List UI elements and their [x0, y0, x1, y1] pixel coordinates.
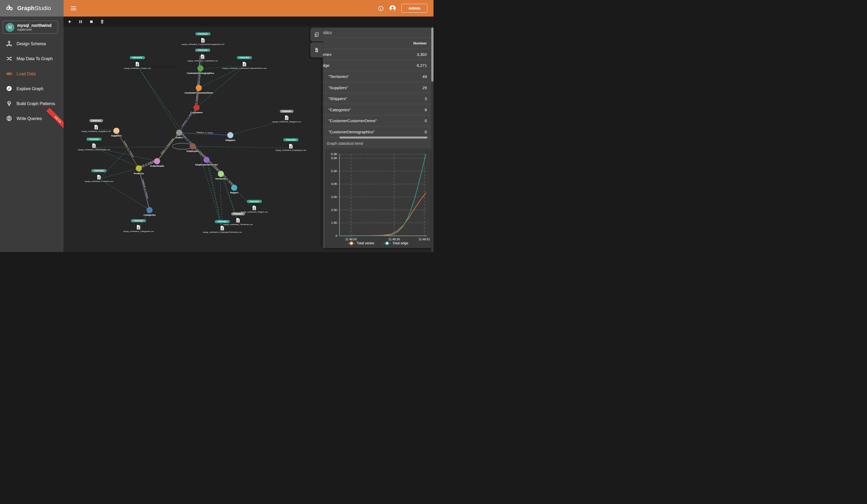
queries-icon: [6, 115, 12, 121]
node-label: EmployeeTerritories: [195, 163, 218, 166]
table-row[interactable]: Vertex3,302: [323, 49, 434, 60]
graph-node-Employees[interactable]: [190, 143, 196, 149]
x-axis-tick: 11:48:30: [388, 238, 400, 241]
graph-node-OrderDetails[interactable]: [154, 158, 160, 164]
mapping-line: [99, 150, 128, 179]
graph-node-Products[interactable]: [136, 165, 142, 171]
file-node-f_et[interactable]: FINISHEDmysql_northwind_EmployeeTerritor…: [203, 220, 242, 233]
sidebar-item-label: Design Schema: [17, 41, 46, 46]
status-badge-label: PENDING: [233, 213, 243, 215]
file-node-f_prod[interactable]: FINISHEDmysql_northwind_Products.csv: [85, 169, 114, 183]
edge-label: Categories_to_Products: [142, 179, 149, 199]
file-node-f_supp[interactable]: PENDINGmysql_northwind_Suppliers.csv: [82, 119, 111, 132]
file-node-f_emp[interactable]: FINISHEDmysql_northwind_Employees.csv: [276, 138, 306, 151]
account-icon[interactable]: [389, 5, 396, 12]
node-label: Territories: [215, 178, 227, 180]
status-badge-label: FINISHED: [89, 138, 99, 140]
stat-name: "Suppliers": [323, 85, 348, 90]
graph-node-CustomerCustomerDemo[interactable]: [196, 85, 202, 91]
file-label: mysql_northwind_Products.csv: [85, 180, 114, 183]
graph-node-EmployeeTerritories[interactable]: [204, 157, 210, 163]
sidebar-item-map-data-to-graph[interactable]: Map Data To Graph: [0, 51, 64, 66]
stop-loading-button[interactable]: [88, 19, 94, 25]
mapping-line: [193, 146, 291, 148]
stat-value: 3,302: [417, 52, 434, 57]
file-node-f_terr[interactable]: PENDINGmysql_northwind_Territories.csv: [223, 212, 253, 226]
user-role: superuser: [17, 28, 51, 32]
number-column-header: Number: [413, 41, 434, 45]
status-badge-label: FINISHED: [217, 221, 227, 223]
window-scrollbar-thumb[interactable]: [431, 28, 434, 82]
sidebar-item-load-data[interactable]: Load Data: [0, 66, 64, 81]
node-label: CustomerCustomerDemo: [184, 92, 213, 94]
node-label: Orders: [175, 136, 183, 139]
y-axis-tick: 5.0K: [331, 170, 338, 173]
info-icon[interactable]: [378, 5, 384, 11]
pause-loading-button[interactable]: [77, 19, 84, 25]
sidebar-item-label: Load Data: [17, 71, 36, 76]
data-files-tab[interactable]: [310, 28, 323, 42]
file-label: mysql_northwind_CustomerCustomerDemo.csv: [222, 67, 267, 69]
clear-data-button[interactable]: [99, 19, 105, 25]
graphstudio-window: GraphStudio Admin M mysql_northwind supe…: [0, 0, 434, 252]
graph-node-Territories[interactable]: [218, 171, 224, 177]
avatar: M: [6, 23, 14, 32]
table-row[interactable]: "Suppliers"29: [323, 82, 434, 93]
table-row[interactable]: "CustomerDemographics"0: [323, 126, 434, 138]
sidebar-item-explore-graph[interactable]: Explore Graph: [0, 81, 64, 96]
graph-node-Categories[interactable]: [147, 207, 153, 213]
y-axis-tick: 6.3K: [331, 152, 338, 156]
table-row[interactable]: "Territories"49: [323, 71, 434, 82]
node-label: Suppliers: [111, 135, 121, 137]
file-label: mysql_northwind_Region.csv: [241, 211, 268, 213]
series-line: [340, 193, 426, 236]
legend-label[interactable]: Total vertex: [356, 241, 374, 245]
file-node-f_od[interactable]: FINISHEDmysql_northwind_OrderDetails.csv: [78, 138, 110, 151]
user-card[interactable]: M mysql_northwind superuser: [3, 21, 58, 34]
graph-node-Suppliers[interactable]: [114, 128, 119, 134]
statistics-tab[interactable]: [310, 42, 323, 57]
sidebar-item-label: Write Queries: [17, 116, 42, 121]
stats-horizontal-scrollbar[interactable]: [340, 137, 427, 138]
graph-node-CustomerDemographics[interactable]: [197, 65, 204, 71]
x-axis-tick: 11:48:00: [345, 238, 357, 241]
map-icon: [6, 56, 12, 62]
file-node-f_cust[interactable]: FINISHEDmysql_northwind_Customers.csv: [188, 49, 218, 62]
mapping-line: [94, 147, 168, 148]
menu-icon[interactable]: [71, 7, 76, 10]
trend-chart: 6.3K6.0K5.0K4.0K3.0K2.0K1.0K011:48:0011:…: [326, 149, 430, 248]
stat-name: "Territories": [323, 74, 349, 79]
y-axis-tick: 0: [335, 234, 337, 237]
file-node-f_orders[interactable]: FINISHEDmysql_northwind_Orders.csv: [124, 56, 151, 69]
stat-name: Edge: [323, 63, 330, 67]
table-row[interactable]: "Shippers"3: [323, 93, 434, 104]
table-row[interactable]: Edge6,271: [323, 60, 434, 71]
file-node-f_reg[interactable]: FINISHEDmysql_northwind_Region.csv: [241, 200, 268, 213]
sidebar-item-design-schema[interactable]: Design Schema: [0, 36, 64, 51]
graph-node-Shippers[interactable]: [227, 132, 233, 138]
window-scrollbar[interactable]: [431, 26, 434, 252]
table-row[interactable]: "Categories"8: [323, 104, 434, 116]
status-badge-label: FINISHED: [132, 57, 142, 58]
graph-node-Orders[interactable]: [176, 130, 182, 136]
status-badge-label: FINISHED: [133, 220, 143, 222]
start-loading-button[interactable]: [66, 19, 73, 25]
graph-node-Customers[interactable]: [193, 105, 200, 111]
graph-node-Region[interactable]: [231, 185, 237, 191]
file-node-f_ship[interactable]: PENDINGmysql_northwind_Shippers.csv: [272, 110, 301, 123]
legend-label[interactable]: Total edge: [392, 241, 408, 245]
schema-icon: [6, 41, 12, 47]
y-axis-tick: 1.0K: [331, 221, 338, 224]
file-node-f_ccd[interactable]: FINISHEDmysql_northwind_CustomerCustomer…: [222, 56, 267, 69]
table-row[interactable]: "CustomerCustomerDemo"0: [323, 115, 434, 126]
file-node-f_cdemo[interactable]: FINISHEDmysql_northwind_CustomerDemograp…: [181, 32, 224, 46]
status-badge-label: FINISHED: [286, 139, 296, 141]
admin-button[interactable]: Admin: [402, 4, 427, 13]
self-loop-edge[interactable]: [172, 143, 193, 149]
status-badge-label: FINISHED: [198, 33, 207, 35]
sidebar-item-label: Explore Graph: [17, 86, 43, 91]
file-node-f_cat[interactable]: FINISHEDmysql_northwind_Categories.csv: [123, 219, 154, 233]
top-header: Admin: [64, 0, 434, 17]
sidebar-item-build-graph-patterns[interactable]: Build Graph Patterns: [0, 96, 64, 111]
statistics-table-header: Number: [323, 37, 434, 49]
